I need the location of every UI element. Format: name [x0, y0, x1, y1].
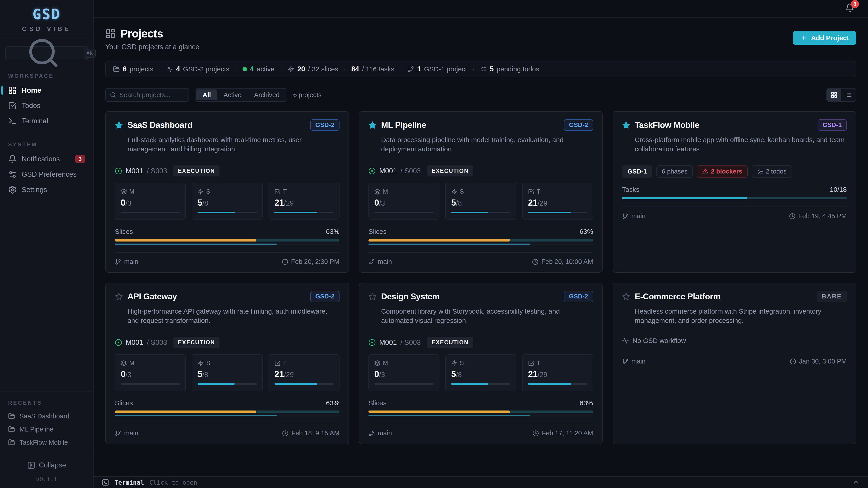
- slice-code: / S003: [147, 167, 167, 175]
- milestone-code: M001: [379, 338, 397, 347]
- git-branch-icon: [115, 430, 121, 436]
- card-footer: main Feb 20, 10:00 AM: [368, 252, 593, 265]
- content: Projects Your GSD projects at a glance A…: [94, 18, 868, 476]
- square-check-icon: [528, 189, 534, 195]
- list-icon: [845, 92, 852, 98]
- project-card-api-gateway[interactable]: API Gateway GSD-2 High-performance API g…: [105, 283, 349, 444]
- projects-grid-icon: [105, 29, 116, 39]
- square-check-icon: [274, 360, 281, 366]
- phases-chip: 6 phases: [656, 165, 693, 177]
- projects-search[interactable]: [105, 88, 189, 102]
- sidebar-item-home[interactable]: Home: [4, 83, 89, 98]
- phase-badge: EXECUTION: [174, 337, 219, 348]
- sidebar: GSD GSD VIBE ⌘K WORKSPACE Home Todos Ter…: [0, 0, 94, 488]
- square-check-icon: [274, 189, 281, 195]
- milestones-stat-box: M 0/3: [115, 354, 186, 391]
- updated-time: Feb 18, 9:15 AM: [291, 429, 340, 437]
- slice-code: / S003: [401, 167, 421, 175]
- project-card-design-system[interactable]: Design System GSD-2 Component library wi…: [359, 283, 602, 444]
- project-title: ML Pipeline: [381, 121, 559, 130]
- stat-projects: 6projects: [113, 65, 153, 73]
- stat-boxes: M 0/3 S 5/8 T 21/29: [115, 354, 340, 391]
- status-row: M001 / S003 EXECUTION: [368, 165, 593, 176]
- grid-view-button[interactable]: [827, 89, 841, 101]
- stats-bar: 6projects 4GSD-2 projects 4active 20/ 32…: [105, 61, 856, 77]
- stat-slices: 20/ 32 slices: [287, 65, 338, 73]
- star-icon[interactable]: [115, 121, 123, 129]
- collapse-sidebar-button[interactable]: Collapse: [27, 461, 66, 469]
- star-icon[interactable]: [115, 293, 123, 301]
- terminal-bar[interactable]: Terminal Click to open: [94, 476, 868, 488]
- green-dot-icon: [243, 67, 247, 71]
- zap-icon: [287, 66, 294, 72]
- list-view-button[interactable]: [841, 89, 856, 101]
- project-title: API Gateway: [127, 292, 306, 301]
- tasks-stat-box: T 21/29: [522, 183, 593, 220]
- git-branch-icon: [368, 430, 375, 436]
- notification-count-badge: 3: [75, 155, 85, 163]
- branch-name: main: [631, 213, 646, 220]
- recent-item-saas-dashboard[interactable]: SaaS Dashboard: [4, 410, 89, 423]
- project-description: Cross-platform mobile app with offline s…: [635, 135, 847, 154]
- sidebar-search[interactable]: ⌘K: [5, 46, 88, 60]
- project-card-ml-pipeline[interactable]: ML Pipeline GSD-2 Data processing pipeli…: [359, 111, 602, 273]
- plus-icon: [800, 34, 807, 41]
- list-checks-icon: [480, 66, 487, 72]
- updated-time: Feb 20, 10:00 AM: [541, 258, 593, 265]
- project-type-badge: GSD-1: [817, 119, 847, 131]
- sidebar-footer: Collapse v0.1.1: [0, 455, 93, 488]
- clock-icon: [790, 358, 796, 365]
- tab-all[interactable]: All: [196, 90, 217, 100]
- tab-archived[interactable]: Archived: [248, 90, 286, 100]
- sidebar-item-gsd-preferences[interactable]: GSD Preferences: [4, 167, 89, 182]
- zap-icon: [197, 360, 204, 366]
- layers-icon: [374, 189, 380, 195]
- project-title: SaaS Dashboard: [127, 121, 306, 130]
- zap-icon: [451, 189, 457, 195]
- project-card-taskflow-mobile[interactable]: TaskFlow Mobile GSD-1 Cross-platform mob…: [613, 111, 856, 273]
- slice-code: / S003: [401, 338, 421, 347]
- project-card-ecommerce-platform[interactable]: E-Commerce Platform BARE Headless commer…: [613, 283, 856, 444]
- sliders-icon: [8, 170, 17, 179]
- star-icon[interactable]: [368, 121, 377, 129]
- status-row: M001 / S003 EXECUTION: [368, 337, 593, 348]
- sidebar-item-label: Todos: [22, 102, 40, 110]
- recent-item-label: TaskFlow Mobile: [20, 439, 68, 446]
- add-project-button[interactable]: Add Project: [793, 31, 856, 45]
- sidebar-item-label: GSD Preferences: [22, 170, 76, 178]
- clock-icon: [532, 259, 538, 265]
- slices-stat-box: S 5/8: [445, 183, 516, 220]
- app-version: v0.1.1: [0, 476, 93, 483]
- star-icon[interactable]: [622, 121, 630, 129]
- recent-item-taskflow-mobile[interactable]: TaskFlow Mobile: [4, 436, 89, 449]
- sidebar-item-settings[interactable]: Settings: [4, 182, 89, 197]
- clock-icon: [282, 259, 288, 265]
- status-row: M001 / S003 EXECUTION: [115, 337, 340, 348]
- sidebar-item-todos[interactable]: Todos: [4, 98, 89, 113]
- stat-boxes: M 0/3 S 5/8 T 21/29: [115, 183, 340, 220]
- bell-count-badge: 3: [851, 0, 859, 8]
- recent-item-label: ML Pipeline: [20, 426, 53, 433]
- bell-icon: [8, 155, 17, 163]
- sidebar-nav: WORKSPACE Home Todos Terminal SYSTEM Not…: [0, 60, 93, 197]
- layers-icon: [121, 189, 127, 195]
- git-branch-icon: [622, 213, 628, 219]
- notifications-bell-button[interactable]: 3: [845, 3, 855, 14]
- tab-active[interactable]: Active: [217, 90, 248, 100]
- recent-item-ml-pipeline[interactable]: ML Pipeline: [4, 423, 89, 436]
- terminal-hint: Click to open: [149, 479, 197, 486]
- sidebar-item-terminal[interactable]: Terminal: [4, 113, 89, 129]
- projects-search-input[interactable]: [119, 91, 184, 99]
- sidebar-item-notifications[interactable]: Notifications 3: [4, 151, 89, 167]
- star-icon[interactable]: [622, 293, 630, 301]
- stat-tasks: 84/ 116 tasks: [351, 65, 394, 73]
- phase-badge: EXECUTION: [427, 165, 473, 176]
- recents-section: RECENTS SaaS Dashboard ML Pipeline TaskF…: [0, 392, 93, 451]
- project-card-saas-dashboard[interactable]: SaaS Dashboard GSD-2 Full-stack analytic…: [105, 111, 349, 273]
- chevron-up-icon[interactable]: [852, 479, 860, 486]
- circle-dot-icon: [368, 339, 376, 346]
- slices-stat-box: S 5/8: [445, 354, 516, 391]
- project-type-badge: GSD-2: [310, 291, 340, 302]
- star-icon[interactable]: [368, 293, 377, 301]
- section-title-recents: RECENTS: [8, 400, 89, 406]
